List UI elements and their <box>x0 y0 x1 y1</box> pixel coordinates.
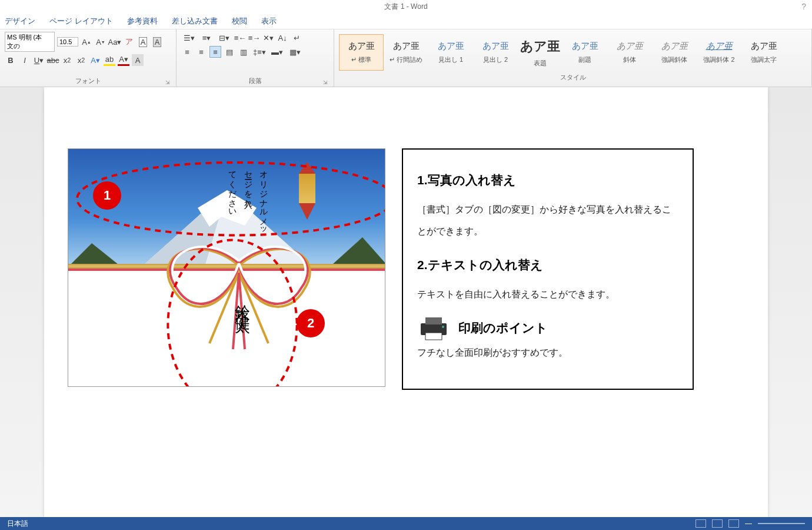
help-icon[interactable]: ? <box>801 2 806 11</box>
style-item[interactable]: あア亜↵ 行間詰め <box>384 34 428 71</box>
style-item[interactable]: あア亜副題 <box>563 34 607 71</box>
style-item[interactable]: あア亜強調斜体 2 <box>697 34 741 71</box>
decrease-indent-icon[interactable]: ≡← <box>234 32 246 44</box>
show-marks-icon[interactable]: ↵ <box>291 32 302 44</box>
instr-h2: 2.テキストの入れ替え <box>417 251 678 279</box>
style-item[interactable]: あア亜見出し 1 <box>428 34 473 71</box>
zoom-slider[interactable] <box>758 523 805 524</box>
group-font: MS 明朝 (本文の 10.5 A▲ A▼ Aa▾ ア A A B I U▾ a… <box>0 29 177 87</box>
superscript-icon[interactable]: x2 <box>75 54 87 66</box>
web-layout-icon[interactable] <box>728 519 739 528</box>
status-language[interactable]: 日本語 <box>7 519 28 529</box>
instr-p2: テキストを自由に入れ替えることができます。 <box>417 284 678 306</box>
instr-h3: 印刷のポイント <box>458 314 548 342</box>
group-styles: あア亜↵ 標準あア亜↵ 行間詰めあア亜見出し 1あア亜見出し 2あア亜表題あア亜… <box>334 29 812 87</box>
badge-2: 2 <box>297 309 325 337</box>
char-shading-icon[interactable]: A <box>132 54 144 66</box>
increase-indent-icon[interactable]: ≡→ <box>248 32 260 44</box>
card-message[interactable]: オリジナルメッ セージを入れ てください <box>224 165 271 231</box>
zoom-out-icon[interactable]: — <box>745 519 752 528</box>
justify-icon[interactable]: ▤ <box>224 46 235 58</box>
borders-icon[interactable]: ▦▾ <box>287 46 302 58</box>
group-paragraph: ☰▾ ≡▾ ⊟▾ ≡← ≡→ ✕▾ A↓ ↵ ≡ ≡ ≡ ▤ ▥ ‡≡▾ ▬▾ … <box>177 29 334 87</box>
printer-icon <box>417 315 450 341</box>
group-font-label: フォント <box>75 77 101 84</box>
phonetic-guide-icon[interactable]: ア <box>123 36 135 48</box>
tab-review[interactable]: 校閲 <box>232 16 247 26</box>
menu-tabs: デザイン ページ レイアウト 参考資料 差し込み文書 校閲 表示 <box>0 13 812 29</box>
line-spacing-icon[interactable]: ‡≡▾ <box>252 46 267 58</box>
svg-rect-8 <box>425 317 442 324</box>
distribute-icon[interactable]: ▥ <box>238 46 249 58</box>
page: オリジナルメッ セージを入れ てください 鈴木 健太 1 2 1.写真の入れ替え… <box>44 87 768 517</box>
subscript-icon[interactable]: x2 <box>61 54 73 66</box>
expand-icon[interactable]: ⇲ <box>165 80 170 85</box>
instr-h1: 1.写真の入れ替え <box>417 166 678 194</box>
svg-rect-9 <box>425 333 442 340</box>
align-left-icon[interactable]: ≡ <box>181 46 193 58</box>
font-color-icon[interactable]: A▾ <box>118 54 129 66</box>
shrink-font-icon[interactable]: A▼ <box>95 36 107 48</box>
svg-point-6 <box>168 240 297 386</box>
badge-1: 1 <box>93 181 121 210</box>
change-case-icon[interactable]: Aa▾ <box>109 36 121 48</box>
noshi-card[interactable]: オリジナルメッ セージを入れ てください 鈴木 健太 1 2 <box>68 148 385 387</box>
enclose-char-icon[interactable]: A <box>151 36 163 48</box>
style-item[interactable]: あア亜見出し 2 <box>473 34 518 71</box>
print-layout-icon[interactable] <box>712 519 723 528</box>
tab-view[interactable]: 表示 <box>261 16 277 26</box>
ribbon: MS 明朝 (本文の 10.5 A▲ A▼ Aa▾ ア A A B I U▾ a… <box>0 29 812 87</box>
strikethrough-icon[interactable]: abc <box>47 54 59 66</box>
style-item[interactable]: あア亜斜体 <box>607 34 652 71</box>
font-size-select[interactable]: 10.5 <box>57 37 78 47</box>
font-name-select[interactable]: MS 明朝 (本文の <box>5 32 55 52</box>
multilevel-icon[interactable]: ⊟▾ <box>217 32 232 44</box>
sort-icon[interactable]: A↓ <box>277 32 288 44</box>
numbering-icon[interactable]: ≡▾ <box>199 32 214 44</box>
read-mode-icon[interactable] <box>695 519 706 528</box>
tab-mailings[interactable]: 差し込み文書 <box>172 16 218 26</box>
grow-font-icon[interactable]: A▲ <box>81 36 92 48</box>
underline-icon[interactable]: U▾ <box>33 54 45 66</box>
italic-icon[interactable]: I <box>19 54 31 66</box>
tab-design[interactable]: デザイン <box>5 16 35 26</box>
align-right-icon[interactable]: ≡ <box>209 46 221 58</box>
style-item[interactable]: あア亜表題 <box>518 34 563 71</box>
asian-layout-icon[interactable]: ✕▾ <box>262 32 274 44</box>
clear-format-icon[interactable]: A <box>137 36 149 48</box>
group-styles-label: スタイル <box>560 74 586 81</box>
document-area[interactable]: オリジナルメッ セージを入れ てください 鈴木 健太 1 2 1.写真の入れ替え… <box>0 87 812 517</box>
card-name[interactable]: 鈴木 健太 <box>232 293 252 309</box>
instr-p1: ［書式］タブの［図の変更］から好きな写真を入れ替えることができます。 <box>417 199 678 243</box>
expand-icon[interactable]: ⇲ <box>323 80 328 85</box>
styles-gallery[interactable]: あア亜↵ 標準あア亜↵ 行間詰めあア亜見出し 1あア亜見出し 2あア亜表題あア亜… <box>339 32 807 73</box>
highlight-icon[interactable]: ab <box>104 54 115 66</box>
group-para-label: 段落 <box>249 77 262 84</box>
status-bar: 日本語 — <box>0 517 812 530</box>
style-item[interactable]: あア亜強調太字 <box>741 34 786 71</box>
tab-references[interactable]: 参考資料 <box>127 16 158 26</box>
shading-icon[interactable]: ▬▾ <box>269 46 285 58</box>
style-item[interactable]: あア亜↵ 標準 <box>339 34 384 71</box>
tab-page-layout[interactable]: ページ レイアウト <box>49 16 113 26</box>
svg-point-10 <box>442 326 444 328</box>
align-center-icon[interactable]: ≡ <box>195 46 207 58</box>
instructions-box: 1.写真の入れ替え ［書式］タブの［図の変更］から好きな写真を入れ替えることがで… <box>402 148 694 390</box>
bullets-icon[interactable]: ☰▾ <box>181 32 197 44</box>
text-effects-icon[interactable]: A▾ <box>89 54 101 66</box>
bold-icon[interactable]: B <box>5 54 16 66</box>
window-title: 文書 1 - Word <box>384 2 427 12</box>
title-bar: 文書 1 - Word ? <box>0 0 812 13</box>
style-item[interactable]: あア亜強調斜体 <box>652 34 697 71</box>
instr-p3: フチなし全面印刷がおすすめです。 <box>417 342 678 364</box>
